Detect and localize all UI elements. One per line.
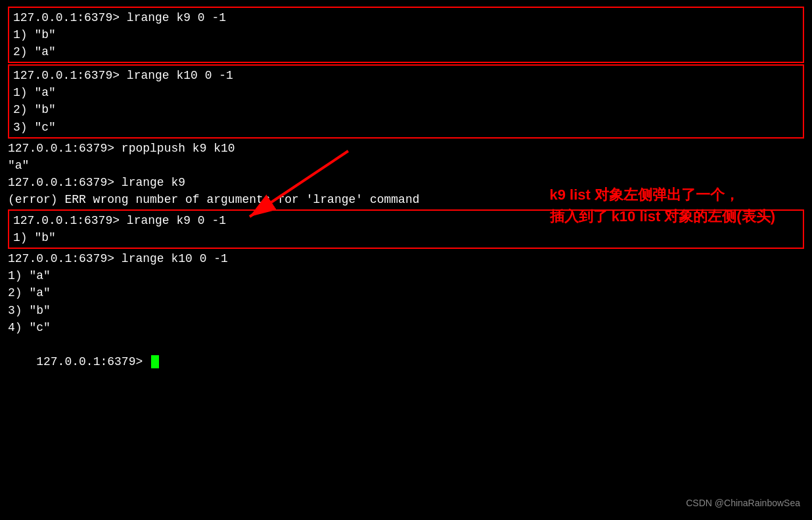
terminal-line: (error) ERR wrong number of arguments fo… (8, 191, 804, 208)
terminal-line: 3) "c" (13, 119, 799, 136)
terminal-line: 127.0.0.1:6379> lrange k9 (8, 174, 804, 191)
terminal-line: 2) "a" (8, 284, 804, 301)
terminal-line: 127.0.0.1:6379> rpoplpush k9 k10 (8, 140, 804, 157)
terminal-line: 127.0.0.1:6379> lrange k9 0 -1 (13, 9, 799, 26)
terminal-prompt-cursor[interactable]: 127.0.0.1:6379> (8, 336, 804, 387)
highlight-box-k9-after: 127.0.0.1:6379> lrange k9 0 -1 1) "b" (8, 209, 804, 249)
terminal-line: 127.0.0.1:6379> lrange k10 0 -1 (8, 250, 804, 267)
terminal-line: 1) "a" (8, 267, 804, 284)
terminal-line: 2) "a" (13, 43, 799, 60)
terminal-line: 127.0.0.1:6379> lrange k9 0 -1 (13, 212, 799, 229)
highlight-box-k9-before: 127.0.0.1:6379> lrange k9 0 -1 1) "b" 2)… (8, 7, 804, 63)
terminal-line: 4) "c" (8, 319, 804, 336)
cursor (151, 355, 159, 368)
terminal-line: 3) "b" (8, 302, 804, 319)
prompt-text: 127.0.0.1:6379> (36, 355, 150, 368)
terminal-line: 2) "b" (13, 101, 799, 118)
highlight-box-k10-before: 127.0.0.1:6379> lrange k10 0 -1 1) "a" 2… (8, 64, 804, 138)
terminal-line: 127.0.0.1:6379> lrange k10 0 -1 (13, 67, 799, 84)
terminal-line: 1) "b" (13, 26, 799, 43)
terminal-line: 1) "a" (13, 84, 799, 101)
terminal-line: "a" (8, 157, 804, 174)
terminal-line: 1) "b" (13, 229, 799, 246)
terminal-area: 127.0.0.1:6379> lrange k9 0 -1 1) "b" 2)… (0, 0, 812, 520)
watermark: CSDN @ChinaRainbowSea (686, 498, 800, 508)
